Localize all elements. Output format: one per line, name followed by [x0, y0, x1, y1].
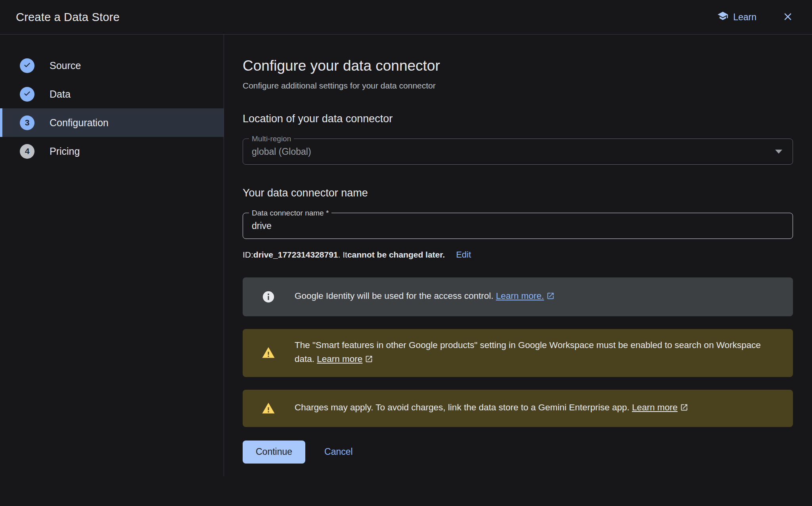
id-note: cannot be changed later.: [347, 250, 445, 260]
step-label: Data: [50, 89, 71, 100]
info-banner: Google Identity will be used for the acc…: [243, 277, 793, 316]
info-icon: [262, 290, 275, 304]
step-number: 3: [25, 118, 30, 127]
content-subheading: Configure additional settings for your d…: [243, 81, 793, 90]
step-number-badge: 3: [20, 115, 34, 130]
warning-icon: [262, 402, 275, 415]
learn-more-link[interactable]: Learn more.: [496, 291, 544, 301]
step-label: Pricing: [50, 146, 80, 157]
check-icon: [23, 60, 32, 71]
dialog-body: Source Data 3 Configuration 4: [0, 35, 812, 506]
connector-id-line: ID: drive_1772314328791 . It cannot be c…: [243, 250, 793, 260]
step-completed-badge: [20, 87, 34, 102]
charges-warning-banner: Charges may apply. To avoid charges, lin…: [243, 390, 793, 427]
header-actions: Learn: [717, 10, 794, 24]
open-in-new-icon: [680, 402, 688, 416]
id-prefix: ID:: [243, 250, 253, 260]
page-title: Create a Data Store: [16, 11, 120, 24]
multi-region-select: Multi-region global (Global): [243, 139, 793, 165]
learn-more-link[interactable]: Learn more: [632, 402, 678, 412]
create-data-store-dialog: Create a Data Store Learn: [0, 0, 812, 506]
workspace-warning-banner: The "Smart features in other Google prod…: [243, 329, 793, 377]
step-number: 4: [25, 146, 30, 156]
warning-icon: [262, 346, 275, 360]
content-heading: Configure your data connector: [243, 58, 793, 74]
step-number-badge: 4: [20, 144, 34, 159]
step-pricing[interactable]: 4 Pricing: [0, 137, 224, 165]
banner-text: Google Identity will be used for the acc…: [295, 289, 555, 304]
edit-id-link[interactable]: Edit: [456, 250, 471, 260]
step-data[interactable]: Data: [0, 80, 224, 108]
learn-label: Learn: [733, 12, 756, 23]
check-icon: [23, 89, 32, 100]
stepper-sidebar: Source Data 3 Configuration 4: [0, 35, 224, 506]
id-middle: . It: [338, 250, 347, 260]
school-icon: [717, 10, 728, 24]
banner-message: Charges may apply. To avoid charges, lin…: [295, 402, 632, 412]
data-connector-name-field: Data connector name *: [243, 213, 793, 239]
learn-link[interactable]: Learn: [717, 10, 756, 24]
banner-message: Google Identity will be used for the acc…: [295, 291, 496, 301]
step-completed-badge: [20, 58, 34, 73]
close-icon: [782, 11, 794, 24]
banner-message: The "Smart features in other Google prod…: [295, 340, 761, 364]
data-connector-name-label: Data connector name *: [249, 208, 331, 218]
open-in-new-icon: [546, 291, 555, 304]
chevron-down-icon: [775, 150, 782, 154]
open-in-new-icon: [365, 354, 373, 367]
cancel-button[interactable]: Cancel: [322, 446, 355, 458]
id-value: drive_1772314328791: [253, 250, 338, 260]
close-button[interactable]: [782, 11, 794, 24]
step-configuration[interactable]: 3 Configuration: [0, 108, 224, 137]
step-label: Configuration: [50, 117, 109, 129]
dialog-header: Create a Data Store Learn: [0, 0, 812, 35]
continue-button[interactable]: Continue: [243, 441, 305, 464]
banner-text: Charges may apply. To avoid charges, lin…: [295, 401, 688, 416]
location-section-title: Location of your data connector: [243, 113, 793, 125]
step-label: Source: [50, 60, 81, 71]
step-source[interactable]: Source: [0, 51, 224, 80]
multi-region-value: global (Global): [252, 146, 311, 157]
data-connector-name-input[interactable]: [252, 221, 782, 231]
multi-region-label: Multi-region: [249, 134, 294, 144]
banner-text: The "Smart features in other Google prod…: [295, 339, 774, 367]
main-content: Configure your data connector Configure …: [224, 35, 812, 506]
name-section-title: Your data connector name: [243, 187, 793, 199]
sidebar-divider: [224, 35, 224, 476]
learn-more-link[interactable]: Learn more: [317, 354, 362, 364]
action-buttons: Continue Cancel: [243, 441, 793, 464]
